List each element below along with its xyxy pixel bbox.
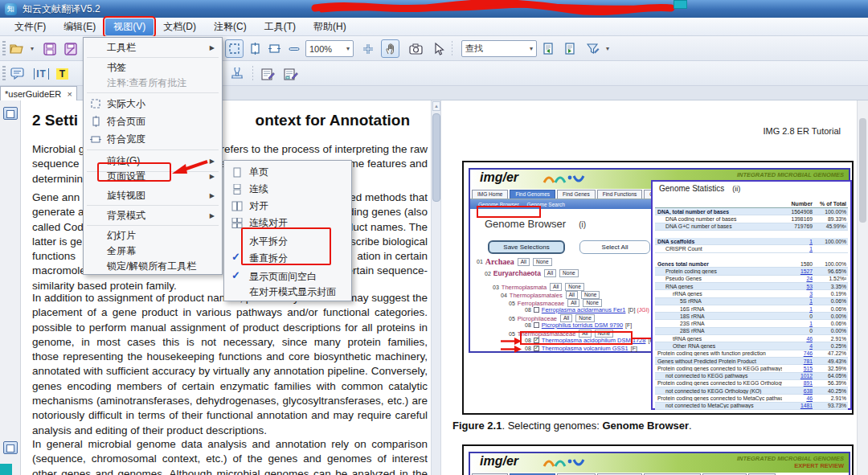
menu-item-rotate-view[interactable]: 旋转视图▶ [84,187,221,204]
nav-tab[interactable]: Find Functions [597,190,643,199]
zoom-out-button[interactable] [285,39,303,58]
nav-tab[interactable]: IMG Home [472,190,508,199]
stats-count-link[interactable]: 1 [782,298,813,304]
stats-count-link[interactable]: 46 [782,395,813,401]
save-button[interactable] [40,39,59,58]
menu-document[interactable]: 文档(D) [155,18,204,35]
document-page-right[interactable]: IMG 2.8 ER Tutorial img/er INTEGRATED MI [441,100,868,475]
all-button[interactable]: All [518,258,530,266]
submenu-item-show-gaps[interactable]: ✓ 显示页面间空白 [225,268,350,285]
fit-page-button[interactable] [246,39,264,58]
all-button[interactable]: All [544,269,556,277]
zoom-level-combo[interactable]: 100% ▾ [305,40,354,57]
stats-count-link[interactable]: 53 [782,284,813,289]
stats-count-link[interactable]: 24 [782,276,813,281]
menu-item-fullscreen[interactable]: 全屏幕 [84,243,221,260]
stats-count-link[interactable]: 1012 [782,373,813,379]
all-button[interactable]: All [550,283,562,291]
zoom-in-button[interactable] [358,39,377,58]
stats-count-link[interactable]: 1 [782,246,813,252]
stats-count-link[interactable]: 891 [782,380,813,386]
menu-file[interactable]: 文件(F) [6,18,54,35]
insert-text-button[interactable]: IT [32,64,51,83]
hand-tool-button[interactable] [381,39,399,58]
select-all-button[interactable]: Select All [579,240,650,254]
stamp-button[interactable] [227,64,246,83]
menu-item-lock-toolbars[interactable]: 锁定/解锁所有工具栏 [84,258,221,275]
menu-item-fit-width[interactable]: 符合宽度 [84,131,221,148]
find-previous-button[interactable] [538,39,557,58]
nav-tab[interactable]: Find Genomes [510,190,555,199]
stats-count-link[interactable]: 1 [782,306,813,312]
stats-count-link[interactable]: 1527 [782,268,813,274]
genome-checkbox[interactable] [534,307,539,313]
menu-tools[interactable]: 工具(T) [256,18,304,35]
menu-view[interactable]: 视图(V) [105,18,154,35]
toolbar-grip[interactable] [2,41,6,56]
menu-item-bookmarks[interactable]: 书签 [84,59,221,76]
comment-button[interactable] [8,64,27,83]
genome-checkbox[interactable] [534,322,539,328]
stats-count-link[interactable]: 746 [782,350,813,356]
stats-row: Other RNA genes40.25% [655,342,848,350]
menu-item-annotations: 注释:查看所有批注 [84,75,221,92]
stats-count-link[interactable]: 1 [782,239,813,244]
none-button[interactable]: None [565,283,584,291]
stats-count-link[interactable]: 1 [782,321,813,326]
genome-link[interactable]: Thermoplasma volcanium GSS1 [542,345,628,352]
filter-caret[interactable]: ▾ [603,39,612,58]
open-file-button[interactable] [8,39,27,58]
bookmarks-panel-icon[interactable] [3,441,18,454]
stats-label: 16S rRNA [655,306,782,312]
thumbnails-panel-icon[interactable] [3,107,18,120]
find-input[interactable]: 查找 ▾ [461,40,537,57]
none-button[interactable]: None [533,258,552,266]
menu-item-background-mode[interactable]: 背景模式▶ [84,207,221,224]
save-as-button[interactable] [61,39,80,58]
scroll-up-icon[interactable]: ▲ [432,101,440,111]
stats-count-link[interactable]: 4 [782,343,813,349]
stats-count-link[interactable]: 515 [782,366,813,371]
stats-count-link[interactable]: 3 [782,291,813,297]
filter-annotations-button[interactable] [583,39,602,58]
find-next-button[interactable] [560,39,579,58]
genome-link[interactable]: Picrophilus torridus DSM 9790 [542,321,623,329]
open-file-caret[interactable]: ▾ [27,39,37,58]
snapshot-button[interactable] [407,39,425,58]
menu-edit[interactable]: 编辑(E) [55,18,104,35]
scrollbar-thumb[interactable] [859,118,866,223]
fit-width-button[interactable] [265,39,284,58]
menu-item-slideshow[interactable]: 幻灯片 [84,227,221,244]
document-tab[interactable]: *userGuideER × [0,86,77,100]
stats-count-link[interactable]: 638 [782,388,813,394]
stats-count-link[interactable]: 781 [782,358,813,364]
submenu-item-facing[interactable]: 对开 [225,198,350,214]
genome-checkbox-checked[interactable] [534,346,539,351]
menu-annotation[interactable]: 注释(C) [206,18,255,35]
scrollbar-thumb[interactable] [432,113,440,202]
menu-help[interactable]: 帮助(H) [305,18,354,35]
left-pane-scrollbar[interactable]: ▲ [431,100,441,475]
edit-form-button[interactable] [281,64,300,83]
all-button[interactable]: All [566,291,578,299]
genome-link[interactable]: Ferroplasma acidarmanus Fer1 [542,306,626,313]
menu-item-actual-size[interactable]: 实际大小 [84,96,221,113]
nav-tab[interactable]: Find Genes [557,190,596,199]
stats-count-link[interactable]: 46 [782,336,813,342]
select-tool-button[interactable] [429,39,448,58]
stats-count-link[interactable]: 1481 [782,403,813,408]
submenu-item-single-page[interactable]: 单页 [225,164,350,180]
toolbar-grip[interactable] [2,66,6,81]
none-button[interactable]: None [581,291,600,299]
menu-item-fit-page[interactable]: 符合页面 [84,113,221,130]
edit-note-button[interactable] [259,64,277,83]
menu-item-toolbars[interactable]: 工具栏▶ [84,39,221,56]
none-button[interactable]: None [559,269,579,277]
tab-close-icon[interactable]: × [68,90,72,98]
submenu-item-continuous[interactable]: 连续 [225,181,350,197]
highlight-text-button[interactable]: T [53,64,72,83]
actual-size-button[interactable] [225,39,244,58]
save-selections-button[interactable]: Save Selections [488,240,565,254]
submenu-item-cover-facing[interactable]: 在对开模式显示封面 [225,284,350,300]
right-pane-scrollbar[interactable] [857,100,868,475]
